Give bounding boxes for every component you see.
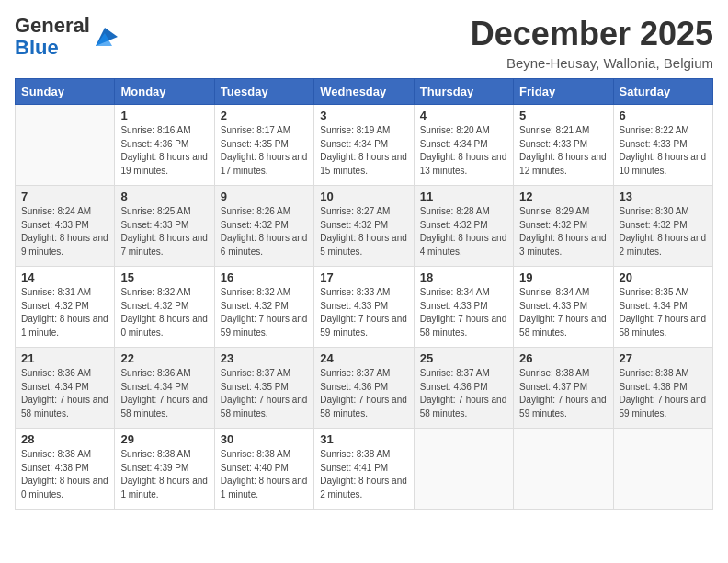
weekday-header-wednesday: Wednesday [314,79,414,105]
day-info: Sunrise: 8:33 AMSunset: 4:33 PMDaylight:… [320,286,407,339]
calendar-week-row: 28Sunrise: 8:38 AMSunset: 4:38 PMDayligh… [16,429,713,510]
day-number: 6 [620,109,707,122]
day-info: Sunrise: 8:26 AMSunset: 4:32 PMDaylight:… [221,205,308,259]
day-number: 24 [320,351,407,365]
day-info: Sunrise: 8:17 AMSunset: 4:35 PMDaylight:… [221,124,308,178]
day-number: 29 [120,432,208,446]
day-info: Sunrise: 8:38 AMSunset: 4:38 PMDaylight:… [620,367,707,420]
day-info: Sunrise: 8:37 AMSunset: 4:36 PMDaylight:… [420,367,507,420]
day-info: Sunrise: 8:22 AMSunset: 4:33 PMDaylight:… [620,124,707,178]
logo: General Blue [15,15,118,59]
day-info: Sunrise: 8:30 AMSunset: 4:32 PMDaylight:… [620,205,707,259]
location: Beyne-Heusay, Wallonia, Belgium [471,55,713,71]
day-info: Sunrise: 8:38 AMSunset: 4:40 PMDaylight:… [221,448,308,501]
day-info: Sunrise: 8:28 AMSunset: 4:32 PMDaylight:… [420,205,507,259]
day-number: 4 [420,109,507,122]
day-info: Sunrise: 8:35 AMSunset: 4:34 PMDaylight:… [620,286,707,339]
day-info: Sunrise: 8:38 AMSunset: 4:37 PMDaylight:… [519,367,607,420]
day-info: Sunrise: 8:25 AMSunset: 4:33 PMDaylight:… [120,205,208,259]
day-number: 10 [320,190,407,203]
day-number: 12 [519,190,607,203]
day-info: Sunrise: 8:36 AMSunset: 4:34 PMDaylight:… [21,367,108,420]
calendar-cell: 31Sunrise: 8:38 AMSunset: 4:41 PMDayligh… [314,429,414,510]
weekday-header-monday: Monday [115,79,214,105]
day-number: 13 [620,190,707,203]
logo-general: General [15,14,90,37]
day-info: Sunrise: 8:16 AMSunset: 4:36 PMDaylight:… [120,124,208,178]
day-number: 21 [21,351,108,365]
weekday-header-sunday: Sunday [16,79,115,105]
calendar-cell: 20Sunrise: 8:35 AMSunset: 4:34 PMDayligh… [613,267,712,348]
calendar-cell: 8Sunrise: 8:25 AMSunset: 4:33 PMDaylight… [115,186,214,267]
calendar-cell: 27Sunrise: 8:38 AMSunset: 4:38 PMDayligh… [613,348,712,429]
calendar-cell: 16Sunrise: 8:32 AMSunset: 4:32 PMDayligh… [214,267,313,348]
day-number: 31 [320,432,407,446]
day-number: 9 [221,190,308,203]
day-info: Sunrise: 8:37 AMSunset: 4:36 PMDaylight:… [320,367,407,420]
day-number: 18 [420,270,507,284]
day-info: Sunrise: 8:32 AMSunset: 4:32 PMDaylight:… [221,286,308,339]
calendar-cell: 17Sunrise: 8:33 AMSunset: 4:33 PMDayligh… [314,267,414,348]
month-title: December 2025 [471,15,713,53]
calendar-cell: 9Sunrise: 8:26 AMSunset: 4:32 PMDaylight… [214,186,313,267]
weekday-header-thursday: Thursday [414,79,513,105]
calendar-cell: 5Sunrise: 8:21 AMSunset: 4:33 PMDaylight… [514,105,613,186]
calendar-cell [514,429,613,510]
calendar-cell: 11Sunrise: 8:28 AMSunset: 4:32 PMDayligh… [414,186,513,267]
day-number: 7 [21,190,108,203]
title-block: December 2025 Beyne-Heusay, Wallonia, Be… [471,15,713,71]
calendar-week-row: 14Sunrise: 8:31 AMSunset: 4:32 PMDayligh… [16,267,713,348]
day-number: 14 [21,270,108,284]
day-info: Sunrise: 8:32 AMSunset: 4:32 PMDaylight:… [120,286,208,339]
day-info: Sunrise: 8:38 AMSunset: 4:41 PMDaylight:… [320,448,407,501]
calendar-cell: 10Sunrise: 8:27 AMSunset: 4:32 PMDayligh… [314,186,414,267]
calendar-cell [613,429,712,510]
day-info: Sunrise: 8:21 AMSunset: 4:33 PMDaylight:… [519,124,607,178]
day-number: 2 [221,109,308,122]
day-info: Sunrise: 8:29 AMSunset: 4:32 PMDaylight:… [519,205,607,259]
day-number: 26 [519,351,607,365]
day-info: Sunrise: 8:36 AMSunset: 4:34 PMDaylight:… [120,367,208,420]
day-number: 30 [221,432,308,446]
day-number: 25 [420,351,507,365]
calendar-cell: 14Sunrise: 8:31 AMSunset: 4:32 PMDayligh… [16,267,115,348]
calendar-cell [16,105,115,186]
day-number: 19 [519,270,607,284]
calendar-week-row: 21Sunrise: 8:36 AMSunset: 4:34 PMDayligh… [16,348,713,429]
day-number: 27 [620,351,707,365]
calendar-cell: 23Sunrise: 8:37 AMSunset: 4:35 PMDayligh… [214,348,313,429]
calendar-cell: 30Sunrise: 8:38 AMSunset: 4:40 PMDayligh… [214,429,313,510]
calendar-cell: 7Sunrise: 8:24 AMSunset: 4:33 PMDaylight… [16,186,115,267]
day-info: Sunrise: 8:37 AMSunset: 4:35 PMDaylight:… [221,367,308,420]
day-number: 15 [120,270,208,284]
calendar-cell: 2Sunrise: 8:17 AMSunset: 4:35 PMDaylight… [214,105,313,186]
logo-icon [92,24,118,50]
calendar-cell: 26Sunrise: 8:38 AMSunset: 4:37 PMDayligh… [514,348,613,429]
day-number: 20 [620,270,707,284]
day-info: Sunrise: 8:38 AMSunset: 4:38 PMDaylight:… [21,448,108,501]
day-number: 11 [420,190,507,203]
weekday-header-row: SundayMondayTuesdayWednesdayThursdayFrid… [16,79,713,105]
calendar-week-row: 7Sunrise: 8:24 AMSunset: 4:33 PMDaylight… [16,186,713,267]
calendar-cell [414,429,513,510]
day-info: Sunrise: 8:38 AMSunset: 4:39 PMDaylight:… [120,448,208,501]
weekday-header-saturday: Saturday [613,79,712,105]
calendar-cell: 15Sunrise: 8:32 AMSunset: 4:32 PMDayligh… [115,267,214,348]
calendar-cell: 6Sunrise: 8:22 AMSunset: 4:33 PMDaylight… [613,105,712,186]
day-info: Sunrise: 8:19 AMSunset: 4:34 PMDaylight:… [320,124,407,178]
day-info: Sunrise: 8:31 AMSunset: 4:32 PMDaylight:… [21,286,108,339]
calendar-cell: 28Sunrise: 8:38 AMSunset: 4:38 PMDayligh… [16,429,115,510]
day-number: 16 [221,270,308,284]
page-header: General Blue December 2025 Beyne-Heusay,… [15,15,713,71]
day-number: 3 [320,109,407,122]
day-number: 1 [120,109,208,122]
calendar-week-row: 1Sunrise: 8:16 AMSunset: 4:36 PMDaylight… [16,105,713,186]
day-number: 8 [120,190,208,203]
calendar-cell: 22Sunrise: 8:36 AMSunset: 4:34 PMDayligh… [115,348,214,429]
day-info: Sunrise: 8:24 AMSunset: 4:33 PMDaylight:… [21,205,108,259]
calendar-cell: 19Sunrise: 8:34 AMSunset: 4:33 PMDayligh… [514,267,613,348]
day-number: 5 [519,109,607,122]
calendar-cell: 13Sunrise: 8:30 AMSunset: 4:32 PMDayligh… [613,186,712,267]
calendar-cell: 18Sunrise: 8:34 AMSunset: 4:33 PMDayligh… [414,267,513,348]
calendar-cell: 4Sunrise: 8:20 AMSunset: 4:34 PMDaylight… [414,105,513,186]
